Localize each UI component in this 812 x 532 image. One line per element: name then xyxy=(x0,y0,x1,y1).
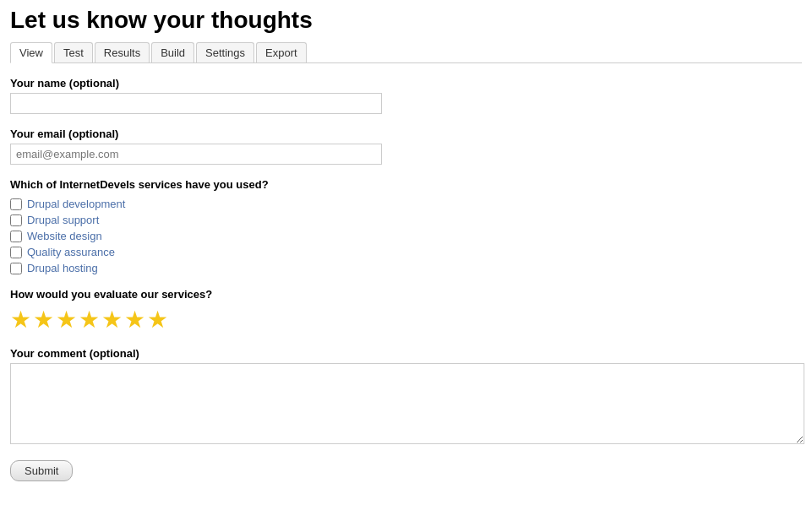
email-input[interactable] xyxy=(10,144,382,165)
comment-textarea[interactable] xyxy=(10,363,804,444)
star-5-icon[interactable]: ★ xyxy=(101,306,123,334)
list-item: Drupal development xyxy=(10,198,802,210)
services-question: Which of InternetDevels services have yo… xyxy=(10,178,802,191)
tab-settings[interactable]: Settings xyxy=(196,42,254,62)
service-checkbox-drupal-support[interactable] xyxy=(10,214,22,226)
name-label: Your name (optional) xyxy=(10,77,802,90)
star-7-icon[interactable]: ★ xyxy=(147,306,168,334)
tab-test[interactable]: Test xyxy=(54,42,93,62)
list-item: Website design xyxy=(10,230,802,242)
service-label-quality-assurance[interactable]: Quality assurance xyxy=(27,246,115,258)
tab-bar: View Test Results Build Settings Export xyxy=(10,42,802,63)
rating-section: How would you evaluate our services? ★ ★… xyxy=(10,288,802,334)
list-item: Drupal support xyxy=(10,214,802,226)
services-section: Which of InternetDevels services have yo… xyxy=(10,178,802,274)
page-title: Let us know your thoughts xyxy=(10,7,802,34)
comment-section: Your comment (optional) xyxy=(10,347,802,447)
tab-build[interactable]: Build xyxy=(151,42,194,62)
email-section: Your email (optional) xyxy=(10,128,802,165)
service-label-website-design[interactable]: Website design xyxy=(27,230,102,242)
email-label: Your email (optional) xyxy=(10,128,802,140)
service-checkbox-drupal-hosting[interactable] xyxy=(10,263,22,274)
tab-export[interactable]: Export xyxy=(256,42,307,62)
comment-label: Your comment (optional) xyxy=(10,347,802,360)
star-6-icon[interactable]: ★ xyxy=(124,306,145,334)
star-4-icon[interactable]: ★ xyxy=(79,306,100,334)
tab-view[interactable]: View xyxy=(10,42,52,63)
list-item: Quality assurance xyxy=(10,246,802,258)
list-item: Drupal hosting xyxy=(10,262,802,274)
star-1-icon[interactable]: ★ xyxy=(10,306,31,334)
submit-section: Submit xyxy=(10,460,802,481)
star-3-icon[interactable]: ★ xyxy=(56,306,77,334)
service-checkbox-drupal-development[interactable] xyxy=(10,198,22,210)
service-checkbox-quality-assurance[interactable] xyxy=(10,247,22,258)
services-checkbox-group: Drupal development Drupal support Websit… xyxy=(10,198,802,274)
star-2-icon[interactable]: ★ xyxy=(33,306,54,334)
service-label-drupal-development[interactable]: Drupal development xyxy=(27,198,125,210)
service-label-drupal-hosting[interactable]: Drupal hosting xyxy=(27,262,98,274)
tab-results[interactable]: Results xyxy=(95,42,150,62)
name-input[interactable] xyxy=(10,93,382,114)
service-checkbox-website-design[interactable] xyxy=(10,231,22,242)
submit-button[interactable]: Submit xyxy=(10,460,73,481)
rating-question: How would you evaluate our services? xyxy=(10,288,802,301)
star-rating[interactable]: ★ ★ ★ ★ ★ ★ ★ xyxy=(10,306,802,334)
name-section: Your name (optional) xyxy=(10,77,802,114)
service-label-drupal-support[interactable]: Drupal support xyxy=(27,214,99,226)
